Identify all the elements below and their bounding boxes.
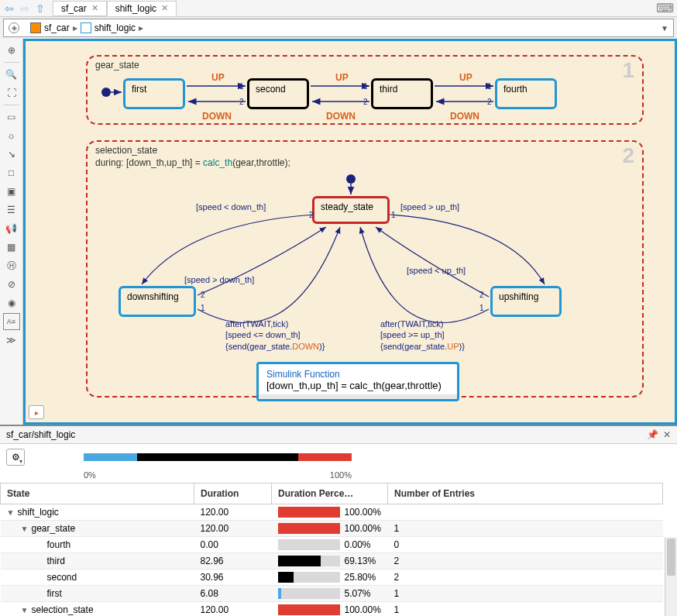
simfunc-title: Simulink Function [266,369,449,380]
priority-num: 1 [622,58,634,83]
image-icon[interactable]: ▣ [3,183,20,200]
breadcrumb-item[interactable]: shift_logic [95,22,136,33]
tab-sfcar[interactable]: sf_car ✕ [53,1,107,16]
table-row[interactable]: ▼gear_state120.00100.00%1 [1,521,663,537]
svg-text:1: 1 [239,82,244,91]
col-pct[interactable]: Duration Perce… [272,484,388,504]
state-downshifting[interactable]: downshifting [119,286,196,317]
transitions-svg: 2 1 2 1 2 1 [88,142,645,399]
panel-title: sf_car/shift_logic [6,429,75,440]
tab-shiftlogic[interactable]: shift_logic ✕ [107,1,177,16]
state-label: fourth [503,84,528,95]
expand-icon[interactable]: ≫ [3,332,20,349]
table-row[interactable]: fourth0.000.00%0 [1,537,663,553]
chart-icon [81,22,91,33]
progress-labels: 0%100% [84,470,352,483]
svg-text:2: 2 [201,291,205,299]
circled-icon[interactable]: ◈ [9,22,19,33]
record-icon[interactable]: ◉ [3,294,20,311]
main-area: ⊕ 🔍 ⛶ ▭ ☼ ↘ □ ▣ ☰ 📢 ▦ Ⓗ ⊘ ◉ A≡ ≫ gear_st… [0,39,677,425]
progress-row: ⚙ [0,444,677,470]
back-icon[interactable]: ⇦ [3,2,15,15]
svg-text:2: 2 [239,98,244,106]
superstate-gear[interactable]: gear_state 1 first second third fourth U… [86,55,644,125]
fit-icon[interactable]: ⛶ [3,84,20,102]
guard: [speed > up_th] [400,202,459,212]
svg-text:1: 1 [479,304,484,312]
up-icon[interactable]: ⇧ [34,2,46,15]
col-duration[interactable]: Duration [194,484,272,504]
guard: [speed > down_th] [184,275,254,284]
state-label: first [132,84,146,95]
text-icon[interactable]: A≡ [3,313,20,330]
settings-dropdown[interactable]: ⚙ [6,449,25,466]
action-down: after(TWAIT,tick) [speed <= down_th] {se… [225,318,325,352]
transition-label: UP [459,72,473,83]
left-toolbar: ⊕ 🔍 ⛶ ▭ ☼ ↘ □ ▣ ☰ 📢 ▦ Ⓗ ⊘ ◉ A≡ ≫ [0,39,23,425]
state-third[interactable]: third [371,78,433,109]
initial-dot [346,174,356,184]
close-icon[interactable]: ✕ [91,3,98,13]
stateflow-canvas[interactable]: gear_state 1 first second third fourth U… [23,39,677,425]
table-row[interactable]: ▼selection_state120.00100.00%1 [1,602,663,617]
cancel-icon[interactable]: ⊘ [3,276,20,293]
state-second[interactable]: second [247,78,309,109]
forward-icon[interactable]: ⇨ [19,2,31,15]
state-upshifting[interactable]: upshifting [490,286,562,317]
during-action: during: [down_th,up_th] = calc_th(gear,t… [95,157,290,168]
rect-icon[interactable]: ▭ [3,108,20,126]
transition-label: DOWN [450,111,479,122]
transition-label: DOWN [202,111,232,122]
state-steady[interactable]: steady_state [312,196,390,224]
sun-icon[interactable]: ☼ [3,127,20,144]
state-label: second [256,84,286,95]
superstate-label: selection_state [95,145,157,156]
chevron-down-icon[interactable]: ▼ [661,24,668,33]
table-row[interactable]: ▼shift_logic120.00100.00% [1,504,663,521]
action-up: after(TWAIT,tick) [speed >= up_th] {send… [380,318,465,352]
superstate-selection[interactable]: selection_state 2 during: [down_th,up_th… [86,140,644,397]
target-icon[interactable]: ⊕ [3,42,20,59]
square-icon[interactable]: □ [3,164,20,181]
table-row[interactable]: third82.9669.13%2 [1,553,663,570]
pin-icon[interactable]: 📌 [647,429,658,440]
model-icon [30,22,41,33]
ready-icon[interactable]: ▸ [29,405,44,419]
keyboard-icon[interactable]: ⌨ [656,1,674,15]
state-fourth[interactable]: fourth [495,78,557,109]
simulink-function[interactable]: Simulink Function [down_th,up_th] = calc… [256,362,459,401]
breadcrumb-item[interactable]: sf_car [44,22,70,33]
h-icon[interactable]: Ⓗ [3,257,20,274]
state-label: upshifting [499,291,538,302]
svg-text:1: 1 [391,211,396,219]
table-row[interactable]: second30.9625.80%2 [1,570,663,586]
transition-label: UP [211,72,225,83]
speaker-icon[interactable]: 📢 [3,220,20,237]
zoom-icon[interactable]: 🔍 [3,66,20,83]
chevron-right-icon: ▸ [139,22,143,33]
state-first[interactable]: first [123,78,185,109]
svg-text:2: 2 [479,291,484,299]
priority-num: 2 [622,143,634,168]
col-entries[interactable]: Number of Entries [388,484,663,504]
transition-label: UP [335,72,349,83]
close-icon[interactable]: ✕ [663,429,671,440]
panel-title-bar: sf_car/shift_logic 📌 ✕ [0,426,677,444]
chevron-right-icon: ▸ [73,22,77,33]
scrollbar[interactable] [665,537,677,616]
svg-text:2: 2 [487,98,492,106]
profiler-panel: sf_car/shift_logic 📌 ✕ ⚙ 0%100% State Du… [0,425,677,616]
svg-text:1: 1 [487,82,492,91]
list-icon[interactable]: ☰ [3,201,20,219]
close-icon[interactable]: ✕ [161,3,168,13]
tab-label: shift_logic [115,3,156,14]
col-state[interactable]: State [1,484,194,504]
table-icon[interactable]: ▦ [3,239,20,256]
profiler-table: State Duration Duration Perce… Number of… [0,483,663,616]
nav-arrows: ⇦ ⇨ ⇧ [3,2,46,15]
tab-strip: sf_car ✕ shift_logic ✕ [53,1,177,16]
state-label: downshifting [127,291,179,302]
arrow-tool-icon[interactable]: ↘ [3,146,20,163]
top-toolbar: ⇦ ⇨ ⇧ sf_car ✕ shift_logic ✕ ⌨ [0,0,677,17]
table-row[interactable]: first6.085.07%1 [1,586,663,602]
